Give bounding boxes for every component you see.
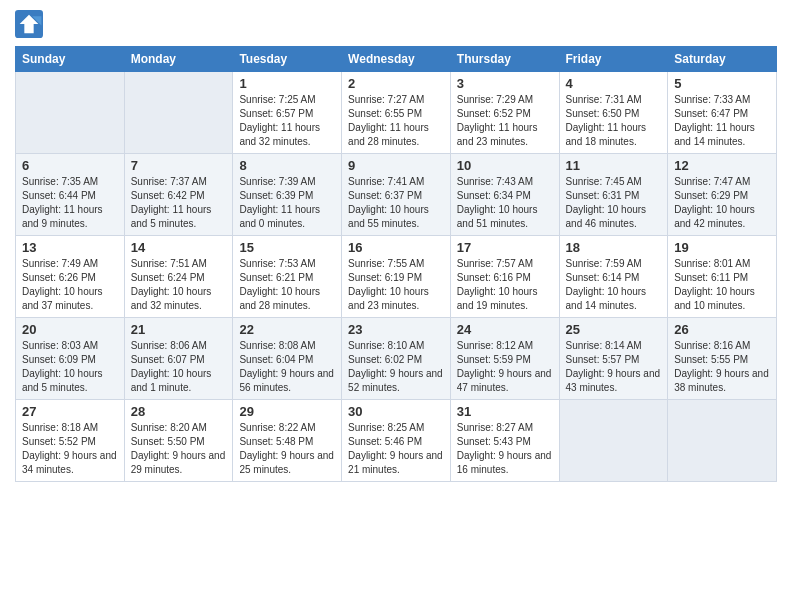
day-number: 20 — [22, 322, 118, 337]
day-number: 7 — [131, 158, 227, 173]
day-info: Sunrise: 8:20 AM Sunset: 5:50 PM Dayligh… — [131, 421, 227, 477]
calendar-header: SundayMondayTuesdayWednesdayThursdayFrid… — [16, 47, 777, 72]
day-info: Sunrise: 7:51 AM Sunset: 6:24 PM Dayligh… — [131, 257, 227, 313]
day-cell: 29Sunrise: 8:22 AM Sunset: 5:48 PM Dayli… — [233, 400, 342, 482]
day-info: Sunrise: 8:08 AM Sunset: 6:04 PM Dayligh… — [239, 339, 335, 395]
day-cell: 8Sunrise: 7:39 AM Sunset: 6:39 PM Daylig… — [233, 154, 342, 236]
day-number: 13 — [22, 240, 118, 255]
day-cell: 1Sunrise: 7:25 AM Sunset: 6:57 PM Daylig… — [233, 72, 342, 154]
day-cell: 28Sunrise: 8:20 AM Sunset: 5:50 PM Dayli… — [124, 400, 233, 482]
calendar-container: SundayMondayTuesdayWednesdayThursdayFrid… — [0, 0, 792, 497]
day-info: Sunrise: 7:41 AM Sunset: 6:37 PM Dayligh… — [348, 175, 444, 231]
day-info: Sunrise: 8:14 AM Sunset: 5:57 PM Dayligh… — [566, 339, 662, 395]
day-info: Sunrise: 8:22 AM Sunset: 5:48 PM Dayligh… — [239, 421, 335, 477]
day-info: Sunrise: 7:31 AM Sunset: 6:50 PM Dayligh… — [566, 93, 662, 149]
day-info: Sunrise: 7:47 AM Sunset: 6:29 PM Dayligh… — [674, 175, 770, 231]
day-number: 16 — [348, 240, 444, 255]
day-info: Sunrise: 7:39 AM Sunset: 6:39 PM Dayligh… — [239, 175, 335, 231]
header-cell-saturday: Saturday — [668, 47, 777, 72]
day-number: 30 — [348, 404, 444, 419]
day-cell: 7Sunrise: 7:37 AM Sunset: 6:42 PM Daylig… — [124, 154, 233, 236]
day-number: 2 — [348, 76, 444, 91]
header-cell-monday: Monday — [124, 47, 233, 72]
day-info: Sunrise: 8:18 AM Sunset: 5:52 PM Dayligh… — [22, 421, 118, 477]
day-number: 18 — [566, 240, 662, 255]
day-cell: 2Sunrise: 7:27 AM Sunset: 6:55 PM Daylig… — [342, 72, 451, 154]
day-number: 10 — [457, 158, 553, 173]
day-info: Sunrise: 7:33 AM Sunset: 6:47 PM Dayligh… — [674, 93, 770, 149]
day-info: Sunrise: 7:57 AM Sunset: 6:16 PM Dayligh… — [457, 257, 553, 313]
week-row-4: 27Sunrise: 8:18 AM Sunset: 5:52 PM Dayli… — [16, 400, 777, 482]
day-info: Sunrise: 8:03 AM Sunset: 6:09 PM Dayligh… — [22, 339, 118, 395]
day-number: 29 — [239, 404, 335, 419]
day-cell: 25Sunrise: 8:14 AM Sunset: 5:57 PM Dayli… — [559, 318, 668, 400]
day-number: 12 — [674, 158, 770, 173]
day-cell: 27Sunrise: 8:18 AM Sunset: 5:52 PM Dayli… — [16, 400, 125, 482]
header — [15, 10, 777, 38]
day-info: Sunrise: 7:37 AM Sunset: 6:42 PM Dayligh… — [131, 175, 227, 231]
day-cell: 9Sunrise: 7:41 AM Sunset: 6:37 PM Daylig… — [342, 154, 451, 236]
day-number: 25 — [566, 322, 662, 337]
day-info: Sunrise: 8:16 AM Sunset: 5:55 PM Dayligh… — [674, 339, 770, 395]
day-cell: 13Sunrise: 7:49 AM Sunset: 6:26 PM Dayli… — [16, 236, 125, 318]
header-row: SundayMondayTuesdayWednesdayThursdayFrid… — [16, 47, 777, 72]
day-number: 23 — [348, 322, 444, 337]
day-cell: 26Sunrise: 8:16 AM Sunset: 5:55 PM Dayli… — [668, 318, 777, 400]
day-info: Sunrise: 7:45 AM Sunset: 6:31 PM Dayligh… — [566, 175, 662, 231]
day-info: Sunrise: 7:49 AM Sunset: 6:26 PM Dayligh… — [22, 257, 118, 313]
day-number: 31 — [457, 404, 553, 419]
day-info: Sunrise: 7:55 AM Sunset: 6:19 PM Dayligh… — [348, 257, 444, 313]
day-cell — [559, 400, 668, 482]
day-number: 5 — [674, 76, 770, 91]
day-cell: 18Sunrise: 7:59 AM Sunset: 6:14 PM Dayli… — [559, 236, 668, 318]
day-info: Sunrise: 8:10 AM Sunset: 6:02 PM Dayligh… — [348, 339, 444, 395]
day-info: Sunrise: 8:01 AM Sunset: 6:11 PM Dayligh… — [674, 257, 770, 313]
day-number: 4 — [566, 76, 662, 91]
day-info: Sunrise: 7:25 AM Sunset: 6:57 PM Dayligh… — [239, 93, 335, 149]
day-cell: 31Sunrise: 8:27 AM Sunset: 5:43 PM Dayli… — [450, 400, 559, 482]
day-cell: 16Sunrise: 7:55 AM Sunset: 6:19 PM Dayli… — [342, 236, 451, 318]
day-cell: 3Sunrise: 7:29 AM Sunset: 6:52 PM Daylig… — [450, 72, 559, 154]
day-number: 28 — [131, 404, 227, 419]
day-number: 11 — [566, 158, 662, 173]
day-info: Sunrise: 7:35 AM Sunset: 6:44 PM Dayligh… — [22, 175, 118, 231]
day-number: 24 — [457, 322, 553, 337]
day-number: 21 — [131, 322, 227, 337]
day-info: Sunrise: 7:29 AM Sunset: 6:52 PM Dayligh… — [457, 93, 553, 149]
day-cell: 17Sunrise: 7:57 AM Sunset: 6:16 PM Dayli… — [450, 236, 559, 318]
day-number: 15 — [239, 240, 335, 255]
header-cell-tuesday: Tuesday — [233, 47, 342, 72]
day-cell — [16, 72, 125, 154]
day-cell: 23Sunrise: 8:10 AM Sunset: 6:02 PM Dayli… — [342, 318, 451, 400]
day-number: 8 — [239, 158, 335, 173]
day-cell: 14Sunrise: 7:51 AM Sunset: 6:24 PM Dayli… — [124, 236, 233, 318]
day-cell: 12Sunrise: 7:47 AM Sunset: 6:29 PM Dayli… — [668, 154, 777, 236]
day-number: 9 — [348, 158, 444, 173]
calendar-body: 1Sunrise: 7:25 AM Sunset: 6:57 PM Daylig… — [16, 72, 777, 482]
header-cell-sunday: Sunday — [16, 47, 125, 72]
day-number: 6 — [22, 158, 118, 173]
day-cell: 19Sunrise: 8:01 AM Sunset: 6:11 PM Dayli… — [668, 236, 777, 318]
day-cell: 11Sunrise: 7:45 AM Sunset: 6:31 PM Dayli… — [559, 154, 668, 236]
day-number: 22 — [239, 322, 335, 337]
day-cell: 6Sunrise: 7:35 AM Sunset: 6:44 PM Daylig… — [16, 154, 125, 236]
day-cell: 21Sunrise: 8:06 AM Sunset: 6:07 PM Dayli… — [124, 318, 233, 400]
day-cell: 15Sunrise: 7:53 AM Sunset: 6:21 PM Dayli… — [233, 236, 342, 318]
logo — [15, 10, 47, 38]
calendar-table: SundayMondayTuesdayWednesdayThursdayFrid… — [15, 46, 777, 482]
day-cell: 4Sunrise: 7:31 AM Sunset: 6:50 PM Daylig… — [559, 72, 668, 154]
day-cell — [668, 400, 777, 482]
day-cell: 24Sunrise: 8:12 AM Sunset: 5:59 PM Dayli… — [450, 318, 559, 400]
header-cell-wednesday: Wednesday — [342, 47, 451, 72]
day-number: 27 — [22, 404, 118, 419]
day-number: 19 — [674, 240, 770, 255]
week-row-2: 13Sunrise: 7:49 AM Sunset: 6:26 PM Dayli… — [16, 236, 777, 318]
day-info: Sunrise: 8:27 AM Sunset: 5:43 PM Dayligh… — [457, 421, 553, 477]
day-info: Sunrise: 8:25 AM Sunset: 5:46 PM Dayligh… — [348, 421, 444, 477]
week-row-3: 20Sunrise: 8:03 AM Sunset: 6:09 PM Dayli… — [16, 318, 777, 400]
day-number: 3 — [457, 76, 553, 91]
day-cell — [124, 72, 233, 154]
header-cell-thursday: Thursday — [450, 47, 559, 72]
day-cell: 20Sunrise: 8:03 AM Sunset: 6:09 PM Dayli… — [16, 318, 125, 400]
day-cell: 10Sunrise: 7:43 AM Sunset: 6:34 PM Dayli… — [450, 154, 559, 236]
